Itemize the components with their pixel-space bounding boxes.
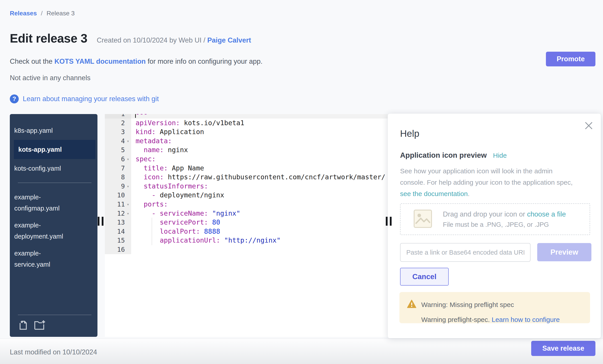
code-line-13[interactable]: 13 servicePort: 80 xyxy=(105,218,388,227)
fold-arrow-icon[interactable]: ▾ xyxy=(125,200,131,209)
breadcrumb-current: Release 3 xyxy=(46,10,75,17)
file-group-divider xyxy=(18,183,92,183)
help-title: Help xyxy=(400,128,419,139)
code-line-1[interactable]: 1--- xyxy=(105,114,388,119)
icon-preview-description: See how your application icon will look … xyxy=(400,165,576,199)
breadcrumb-releases-link[interactable]: Releases xyxy=(10,10,37,17)
see-documentation-link[interactable]: see the documentation xyxy=(400,190,468,197)
icon-url-input[interactable] xyxy=(400,243,531,262)
git-help-row[interactable]: ? Learn about managing your releases wit… xyxy=(10,94,159,103)
kots-yaml-doc-link[interactable]: KOTS YAML documentation xyxy=(54,57,146,65)
sidebar-resize-handle[interactable] xyxy=(98,217,106,226)
gutter-line-10: 10 xyxy=(105,191,131,200)
gutter-line-4: 4▾ xyxy=(105,137,131,146)
code-line-14[interactable]: 14 localPort: 8888 xyxy=(105,227,388,236)
code-line-4[interactable]: 4▾metadata: xyxy=(105,137,388,146)
code-line-5[interactable]: 5 name: nginx xyxy=(105,145,388,154)
code-line-10[interactable]: 10 - deployment/nginx xyxy=(105,191,388,200)
gutter-line-6: 6▾ xyxy=(105,154,131,164)
preview-button[interactable]: Preview xyxy=(537,243,591,261)
code-content-11[interactable]: ports: xyxy=(131,200,388,209)
last-modified-text: Last modified on 10/10/2024 xyxy=(10,348,97,356)
gutter-line-8: 8 xyxy=(105,173,131,182)
code-line-12[interactable]: 12▾ - serviceName: "nginx" xyxy=(105,209,388,218)
code-line-9[interactable]: 9▾ statusInformers: xyxy=(105,182,388,191)
code-content-2[interactable]: apiVersion: kots.io/v1beta1 xyxy=(131,119,388,128)
breadcrumb: Releases / Release 3 xyxy=(10,10,75,17)
warning-title: Warning: Missing preflight spec xyxy=(421,301,514,309)
fold-arrow-icon[interactable]: ▾ xyxy=(125,182,131,191)
save-release-button[interactable]: Save release xyxy=(531,341,595,356)
code-line-8[interactable]: 8 icon: https://raw.githubusercontent.co… xyxy=(105,173,388,182)
dropzone-text: Drag and drop your icon or xyxy=(443,210,527,218)
gutter-line-12: 12▾ xyxy=(105,209,131,218)
created-text: Created on 10/10/2024 by Web UI / xyxy=(97,36,207,44)
code-line-3[interactable]: 3kind: Application xyxy=(105,127,388,137)
gutter-line-2: 2 xyxy=(105,119,131,128)
sidebar-item-kots-config.yaml[interactable]: kots-config.yaml xyxy=(10,160,81,177)
code-content-1[interactable]: --- xyxy=(131,114,388,119)
sidebar-divider xyxy=(18,315,92,315)
code-content-15[interactable]: applicationUrl: "http://nginx" xyxy=(131,236,388,245)
title-row: Edit release 3 Created on 10/10/2024 by … xyxy=(10,31,251,45)
created-meta: Created on 10/10/2024 by Web UI / Paige … xyxy=(97,36,251,44)
fold-arrow-icon[interactable]: ▾ xyxy=(125,137,131,146)
code-line-16[interactable]: 16 xyxy=(105,245,388,254)
fold-arrow-icon[interactable]: ▾ xyxy=(125,209,131,218)
sidebar-item-example-configmap.yaml[interactable]: example-configmap.yaml xyxy=(10,189,81,217)
cancel-button[interactable]: Cancel xyxy=(400,268,449,286)
gutter-line-15: 15 xyxy=(105,236,131,245)
file-tree-sidebar: k8s-app.yamlkots-app.yamlkots-config.yam… xyxy=(10,114,97,337)
gutter-line-9: 9▾ xyxy=(105,182,131,191)
sidebar-item-example-service.yaml[interactable]: example-service.yaml xyxy=(10,245,81,273)
code-content-7[interactable]: title: App Name xyxy=(131,164,388,173)
close-icon[interactable] xyxy=(585,122,593,131)
page-title: Edit release 3 xyxy=(10,31,87,45)
choose-file-link[interactable]: choose a file xyxy=(527,210,566,218)
git-help-link[interactable]: Learn about managing your releases with … xyxy=(23,95,159,103)
code-line-15[interactable]: 15 applicationUrl: "http://nginx" xyxy=(105,236,388,245)
code-content-4[interactable]: metadata: xyxy=(131,137,388,146)
question-icon: ? xyxy=(10,94,19,103)
code-content-10[interactable]: - deployment/nginx xyxy=(131,191,388,200)
code-content-5[interactable]: name: nginx xyxy=(131,145,388,154)
channel-status: Not active in any channels xyxy=(10,74,91,82)
code-content-12[interactable]: - serviceName: "nginx" xyxy=(131,209,388,218)
code-line-6[interactable]: 6▾spec: xyxy=(105,154,388,164)
doc-line: Check out the KOTS YAML documentation fo… xyxy=(10,57,263,66)
yaml-editor[interactable]: 1---2apiVersion: kots.io/v1beta13kind: A… xyxy=(105,114,388,337)
code-line-7[interactable]: 7 title: App Name xyxy=(105,164,388,173)
gutter-line-1: 1 xyxy=(105,114,131,119)
help-panel: Help Application icon preview Hide See h… xyxy=(388,113,601,338)
code-line-2[interactable]: 2apiVersion: kots.io/v1beta1 xyxy=(105,119,388,128)
promote-button[interactable]: Promote xyxy=(546,52,595,66)
breadcrumb-separator: / xyxy=(41,10,43,17)
code-line-11[interactable]: 11▾ ports: xyxy=(105,200,388,209)
sidebar-item-k8s-app.yaml[interactable]: k8s-app.yaml xyxy=(10,122,81,139)
doc-prefix: Check out the xyxy=(10,57,54,65)
gutter-line-5: 5 xyxy=(105,145,131,154)
add-file-icon[interactable] xyxy=(18,320,28,331)
sidebar-item-kots-app.yaml[interactable]: kots-app.yaml xyxy=(14,140,95,159)
code-content-3[interactable]: kind: Application xyxy=(131,127,388,137)
code-content-16[interactable] xyxy=(131,245,388,254)
code-content-14[interactable]: localPort: 8888 xyxy=(131,227,388,236)
add-folder-icon[interactable] xyxy=(34,320,46,331)
hide-link[interactable]: Hide xyxy=(493,152,507,159)
code-content-13[interactable]: servicePort: 80 xyxy=(131,218,388,227)
text-cursor xyxy=(135,114,136,118)
code-content-9[interactable]: statusInformers: xyxy=(131,182,388,191)
help-panel-resize-handle[interactable] xyxy=(386,217,394,226)
gutter-line-11: 11▾ xyxy=(105,200,131,209)
warning-body: Warning preflight-spec. xyxy=(421,316,492,323)
gutter-line-16: 16 xyxy=(105,245,131,254)
code-content-6[interactable]: spec: xyxy=(131,154,388,164)
code-content-8[interactable]: icon: https://raw.githubusercontent.com/… xyxy=(131,173,388,182)
icon-dropzone[interactable]: Drag and drop your icon or choose a file… xyxy=(400,203,590,235)
sidebar-item-example-deployment.yaml[interactable]: example-deployment.yaml xyxy=(10,217,81,245)
author-link[interactable]: Paige Calvert xyxy=(207,36,251,44)
warning-configure-link[interactable]: Learn how to configure xyxy=(492,316,560,323)
doc-suffix: for more info on configuring your app. xyxy=(146,57,263,65)
fold-arrow-icon[interactable]: ▾ xyxy=(125,154,131,164)
gutter-line-13: 13 xyxy=(105,218,131,227)
